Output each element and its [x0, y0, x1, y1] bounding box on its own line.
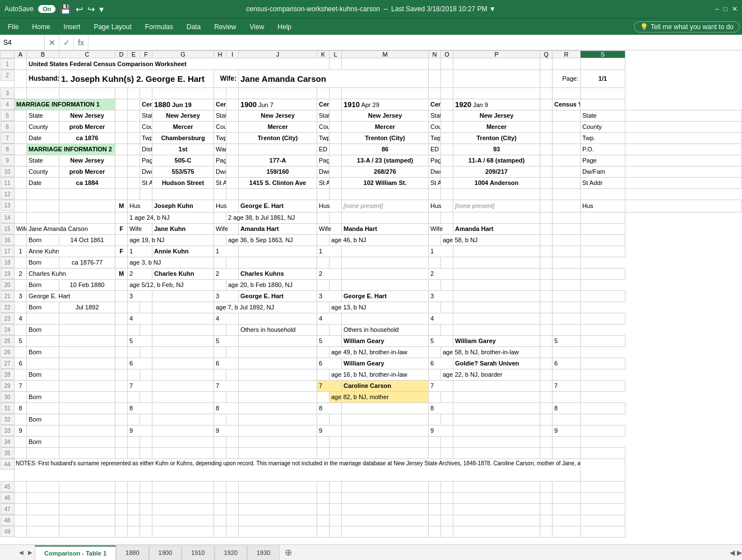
col-header-o[interactable]: O [441, 51, 453, 58]
save-icon[interactable]: 💾 [60, 4, 71, 15]
r22-name-3c-detail: age 7, b Jul 1892, NJ [214, 302, 317, 313]
formula-input[interactable] [89, 39, 742, 47]
r21-name-3d: George E. Hart [342, 290, 429, 302]
r13-hus-3: [none present] [342, 200, 429, 212]
fx-btn[interactable]: fx [74, 35, 89, 50]
redo-icon[interactable]: ↪ [87, 4, 95, 15]
r44-notes: NOTES: First husband's surname represent… [15, 459, 581, 481]
spreadsheet-area[interactable]: A B C D E F G H I J K L M N O P Q [0, 50, 742, 544]
r27-num-6f: 6 [553, 358, 581, 369]
menu-insert[interactable]: Insert [58, 21, 86, 33]
row-32: 32 Born [1, 414, 742, 425]
col-header-n[interactable]: N [429, 51, 441, 58]
tab-1880[interactable]: 1880 [116, 545, 149, 560]
menu-formulas[interactable]: Formulas [140, 21, 179, 33]
r15-wife-label-4: Wife [317, 223, 342, 234]
col-header-g[interactable]: G [152, 51, 214, 58]
menu-help[interactable]: Help [272, 21, 297, 33]
col-header-m[interactable]: M [342, 51, 429, 58]
tab-1910[interactable]: 1910 [182, 545, 214, 560]
r29-num-7: 7 [15, 380, 27, 391]
formula-cancel-btn[interactable]: ✕ [45, 35, 59, 50]
col-header-d[interactable]: D [115, 51, 128, 58]
r8-marriage-info-2: MARRIAGE INFORMATION 2 [27, 144, 115, 155]
r9-state-1b: New Jersey [59, 155, 115, 166]
row-21: 21 3 George E. Hart 3 3 George E. Hart 3… [1, 290, 742, 302]
col-header-f[interactable]: F [140, 51, 152, 58]
col-header-p[interactable]: P [453, 51, 540, 58]
tab-1920[interactable]: 1920 [215, 545, 247, 560]
formula-confirm-btn[interactable]: ✓ [59, 35, 74, 50]
col-header-k[interactable]: K [317, 51, 330, 58]
menu-page-layout[interactable]: Page Layout [88, 21, 137, 33]
r8-dist-1: 1st [152, 144, 214, 155]
menu-data[interactable]: Data [181, 21, 206, 33]
rownum-26: 26 [1, 346, 15, 358]
col-header-c[interactable]: C [59, 51, 115, 58]
r18-name-1b-detail: age 3, b NJ [128, 257, 214, 268]
tab-1930[interactable]: 1930 [247, 545, 280, 560]
col-header-h[interactable]: H [214, 51, 226, 58]
r4-census-year-3: 1910 Apr 29 [342, 99, 429, 110]
tell-me-text: Tell me what you want to do [651, 23, 734, 31]
tab-comparison-table-1[interactable]: Comparison - Table 1 [35, 545, 116, 560]
col-header-l[interactable]: L [330, 51, 342, 58]
menu-view[interactable]: View [244, 21, 270, 33]
r7-twp-4b: Trenton (City) [453, 132, 540, 144]
col-header-b[interactable]: B [27, 51, 59, 58]
rownum-4: 4 [1, 99, 15, 110]
menu-home[interactable]: Home [26, 21, 55, 33]
tab-nav-right[interactable]: ▶ [26, 548, 35, 557]
r2-page-label: Page: [553, 70, 581, 87]
r15-wife-label-2: Wife [128, 223, 152, 234]
rownum-22: 22 [1, 302, 15, 313]
tab-1900[interactable]: 1900 [149, 545, 182, 560]
scroll-left-btn[interactable]: ◀ [730, 549, 735, 557]
menu-file[interactable]: File [2, 21, 24, 33]
r27-num-6c: 6 [214, 358, 239, 369]
row-45: 45 [1, 481, 742, 492]
scroll-right-btn[interactable]: ▶ [737, 549, 742, 557]
r13-hus-label-2: Hus [214, 200, 239, 212]
col-header-a[interactable]: A [15, 51, 27, 58]
row-47: 47 [1, 503, 742, 515]
r21-num-3d: 3 [317, 290, 342, 302]
rownum-18: 18 [1, 257, 15, 268]
r2-wife-label: Wife: [214, 70, 239, 87]
r13-hus-1: Joseph Kuhn [152, 200, 214, 212]
r4-census-year-1-label: Census Year [140, 99, 152, 110]
r7-twp-label-5: Twp. [429, 132, 441, 144]
r20-born-3: 10 Feb 1880 [59, 279, 115, 290]
close-icon[interactable]: ✕ [732, 5, 738, 13]
more-icon[interactable]: ▾ [99, 4, 104, 15]
r31-num-8e: 8 [429, 402, 453, 414]
col-header-row: A B C D E F G H I J K L M N O P Q [1, 51, 742, 58]
tell-me-input[interactable]: 💡 Tell me what you want to do [634, 21, 740, 33]
last-saved: Last Saved 3/18/2018 10:27 PM [391, 5, 487, 13]
menu-bar: File Home Insert Page Layout Formulas Da… [0, 18, 742, 35]
maximize-icon[interactable]: □ [724, 5, 727, 13]
r28-born-label: Born [27, 369, 59, 380]
tab-nav-left[interactable]: ◀ [17, 548, 26, 557]
col-header-e[interactable]: E [128, 51, 140, 58]
r15-wife-2: Jane Kuhn [152, 223, 214, 234]
col-header-i[interactable]: I [226, 51, 239, 58]
menu-review[interactable]: Review [208, 21, 242, 33]
undo-icon[interactable]: ↩ [76, 4, 83, 15]
rownum-29: 29 [1, 380, 15, 391]
r15-wife-3: Amanda Hart [239, 223, 317, 234]
r9-page-label-5: Page [581, 155, 625, 166]
r1-r [553, 58, 581, 70]
cell-name-box[interactable]: S4 [0, 35, 45, 50]
r11-staddr-label-3: St Addr [317, 177, 330, 188]
col-header-r[interactable]: R [553, 51, 581, 58]
col-header-s[interactable]: S [581, 51, 625, 58]
minimize-icon[interactable]: – [715, 5, 719, 13]
title-dropdown-icon[interactable]: ▼ [489, 5, 496, 13]
col-header-j[interactable]: J [239, 51, 317, 58]
tab-add-btn[interactable]: ⊕ [282, 547, 294, 559]
col-header-q[interactable]: Q [540, 51, 553, 58]
r10-dwfam-3: 268/276 [342, 166, 429, 177]
r22-born-label: Born [27, 302, 59, 313]
autosave-toggle[interactable]: On [38, 5, 55, 13]
